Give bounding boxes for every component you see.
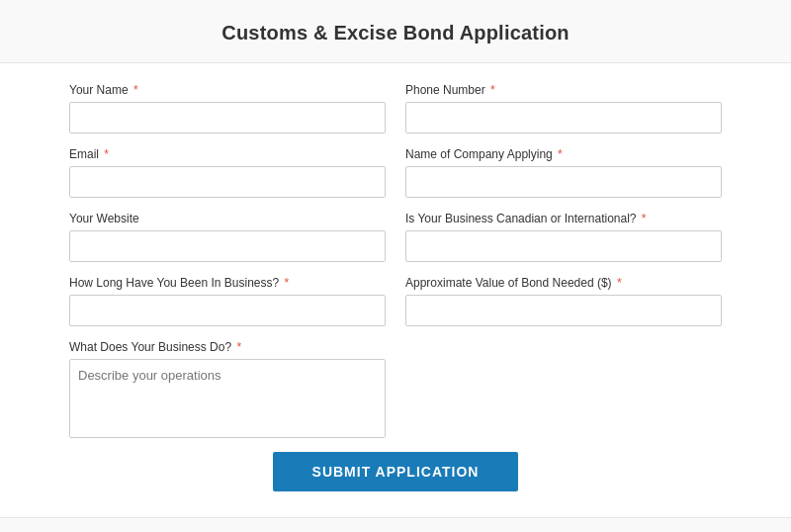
form-row-4: How Long Have You Been In Business? * Ap… [69, 276, 722, 326]
form-row-2: Email * Name of Company Applying * [69, 147, 722, 198]
input-name[interactable] [69, 102, 386, 133]
form-row-1: Your Name * Phone Number * [69, 83, 722, 133]
label-company: Name of Company Applying * [405, 147, 722, 161]
input-website[interactable] [69, 230, 386, 262]
required-star-name: * [131, 83, 138, 97]
required-star-desc: * [233, 340, 241, 354]
submit-button[interactable]: SUBMIT APPLICATION [273, 452, 519, 491]
input-years[interactable] [69, 295, 386, 326]
label-phone: Phone Number * [405, 83, 722, 97]
input-company[interactable] [405, 166, 722, 198]
submit-area: SUBMIT APPLICATION [69, 452, 722, 491]
form-area: Your Name * Phone Number * Email * [0, 63, 791, 517]
label-bond-value: Approximate Value of Bond Needed ($) * [405, 276, 722, 290]
form-group-phone: Phone Number * [405, 83, 722, 133]
required-star-bond: * [614, 276, 622, 290]
form-group-years: How Long Have You Been In Business? * [69, 276, 386, 326]
label-business-type: Is Your Business Canadian or Internation… [405, 212, 722, 225]
form-group-business-type: Is Your Business Canadian or Internation… [405, 212, 722, 262]
page-wrapper: Customs & Excise Bond Application Your N… [0, 0, 791, 532]
input-bond-value[interactable] [405, 295, 722, 326]
label-name: Your Name * [69, 83, 386, 97]
form-group-bond-value: Approximate Value of Bond Needed ($) * [405, 276, 722, 326]
form-group-name: Your Name * [69, 83, 386, 133]
required-star-company: * [555, 147, 563, 161]
form-group-email: Email * [69, 147, 386, 198]
label-email: Email * [69, 147, 386, 161]
input-email[interactable] [69, 166, 386, 198]
label-website: Your Website [69, 212, 386, 225]
form-group-company: Name of Company Applying * [405, 147, 722, 198]
required-star-phone: * [487, 83, 495, 97]
required-star-years: * [281, 276, 289, 290]
form-row-3: Your Website Is Your Business Canadian o… [69, 212, 722, 262]
required-star-btype: * [639, 212, 647, 225]
input-business-type[interactable] [405, 230, 722, 262]
required-star-email: * [101, 147, 109, 161]
textarea-description[interactable] [69, 359, 386, 438]
label-years: How Long Have You Been In Business? * [69, 276, 386, 290]
form-group-description: What Does Your Business Do? * [69, 340, 386, 438]
input-phone[interactable] [405, 102, 722, 133]
form-group-website: Your Website [69, 212, 386, 262]
label-description: What Does Your Business Do? * [69, 340, 386, 354]
disclaimer: By submitting the information above, I/w… [0, 517, 791, 532]
page-header: Customs & Excise Bond Application [0, 0, 791, 63]
form-row-description: What Does Your Business Do? * [69, 340, 722, 438]
page-title: Customs & Excise Bond Application [0, 22, 791, 44]
